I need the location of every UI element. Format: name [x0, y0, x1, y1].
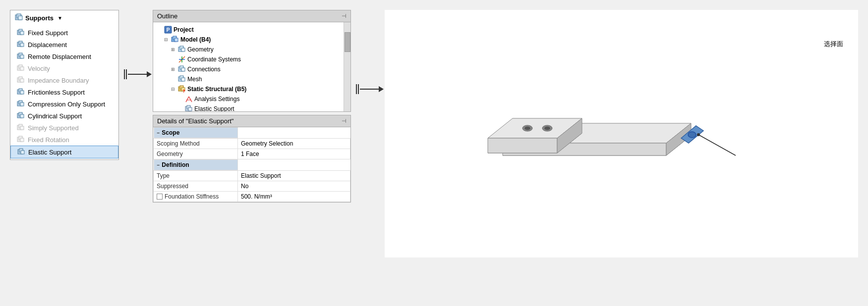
geometry-value[interactable]: 1 Face	[238, 149, 350, 159]
scoping-method-value[interactable]: Geometry Selection	[238, 139, 350, 149]
tree-item-analysis-settings[interactable]: Analysis Settings	[156, 94, 341, 104]
expander-geometry[interactable]: ⊞	[170, 46, 176, 53]
supports-item-compression-only[interactable]: Compression Only Support	[10, 98, 118, 110]
expander-static[interactable]: ⊟	[170, 86, 176, 93]
details-pin-icon[interactable]: ⊣	[342, 118, 347, 124]
tree-item-static-structural[interactable]: ⊟ ? Static Structural (B5)	[156, 84, 341, 94]
suppressed-value[interactable]: No	[238, 181, 350, 192]
tree-geometry-label: Geometry	[187, 46, 214, 53]
model-icon	[171, 36, 179, 44]
definition-toggle[interactable]: −	[157, 162, 160, 168]
tree-analysis-label: Analysis Settings	[194, 96, 239, 102]
cylindrical-support-icon	[16, 111, 25, 120]
scope-toggle[interactable]: −	[157, 130, 160, 136]
bar-3	[356, 84, 357, 94]
supports-panel: Supports ▼ Fixed Support Displace	[10, 10, 119, 160]
supports-item-remote-displacement[interactable]: Remote Displacement	[10, 51, 118, 62]
supports-header[interactable]: Supports ▼	[10, 10, 118, 26]
svg-point-78	[697, 133, 700, 136]
tree-model-label: Model (B4)	[180, 36, 211, 43]
elastic-support-menu-label: Elastic Support	[28, 149, 71, 156]
svg-point-72	[524, 127, 530, 130]
svg-line-77	[698, 135, 736, 155]
outline-scrollbar[interactable]	[344, 22, 350, 111]
analysis-icon	[185, 95, 193, 103]
definition-label: Definition	[162, 161, 189, 168]
tree-item-coordinate-systems[interactable]: Coordinate Systems	[156, 54, 341, 64]
compression-only-icon	[16, 100, 25, 108]
3d-shape-svg	[478, 47, 765, 205]
svg-rect-62	[188, 107, 192, 111]
tree-connections-label: Connections	[187, 66, 221, 73]
foundation-stiffness-checkbox[interactable]	[157, 194, 163, 200]
double-bar-2	[356, 84, 359, 94]
svg-line-58	[189, 97, 192, 102]
static-icon: ?	[178, 85, 186, 93]
coord-icon	[178, 55, 186, 63]
supports-item-velocity[interactable]: Velocity	[10, 62, 118, 74]
svg-line-57	[186, 97, 189, 102]
scope-section-header: − Scope	[154, 127, 350, 139]
scope-section-cell: − Scope	[154, 127, 238, 138]
supports-item-simply-supported[interactable]: Simply Supported	[10, 122, 118, 134]
supports-list: Fixed Support Displacement Remote Disp	[10, 26, 118, 159]
svg-marker-69	[488, 138, 557, 153]
svg-rect-52	[181, 78, 185, 81]
arrow-connector-1	[124, 69, 148, 79]
type-row: Type Elastic Support	[154, 171, 350, 181]
svg-rect-40	[174, 38, 178, 42]
tree-item-model[interactable]: ⊟ Model (B4)	[156, 35, 341, 45]
expander-analysis	[176, 96, 183, 102]
svg-rect-8	[20, 43, 24, 47]
bar-4	[358, 84, 359, 94]
svg-rect-11	[20, 55, 24, 58]
expander-model[interactable]: ⊟	[163, 36, 170, 43]
suppressed-label: Suppressed	[154, 181, 238, 192]
supports-icon	[14, 13, 23, 23]
supports-title: Supports	[25, 14, 54, 22]
foundation-stiffness-cell: Foundation Stiffness	[157, 193, 234, 200]
supports-dropdown-icon: ▼	[58, 15, 62, 21]
foundation-stiffness-value[interactable]: 500. N/mm³	[238, 192, 350, 202]
expander-connections[interactable]: ⊞	[170, 66, 176, 73]
supports-item-fixed-support[interactable]: Fixed Support	[10, 27, 118, 39]
tree-item-elastic-support[interactable]: Elastic Support	[156, 104, 341, 111]
svg-rect-26	[20, 114, 24, 118]
scoping-method-label: Scoping Method	[154, 139, 238, 149]
outline-scroll-thumb[interactable]	[345, 32, 350, 52]
fixed-support-label: Fixed Support	[28, 29, 68, 37]
outline-pin-icon[interactable]: ⊣	[342, 13, 347, 19]
svg-rect-43	[181, 48, 185, 51]
scope-label: Scope	[162, 129, 179, 136]
tree-item-mesh[interactable]: Mesh	[156, 74, 341, 84]
tree-item-geometry[interactable]: ⊞ Geometry	[156, 45, 341, 54]
tree-item-project[interactable]: P Project	[156, 25, 341, 35]
project-icon: P	[164, 26, 172, 34]
supports-item-frictionless-support[interactable]: Frictionless Support	[10, 86, 118, 98]
frictionless-support-icon	[16, 88, 25, 97]
svg-rect-32	[20, 138, 24, 142]
impedance-boundary-label: Impedance Boundary	[28, 77, 89, 84]
svg-rect-17	[20, 79, 24, 82]
supports-item-elastic-support[interactable]: Elastic Support	[10, 146, 118, 158]
bar-1	[124, 69, 125, 79]
type-value[interactable]: Elastic Support	[238, 171, 350, 181]
svg-text:?: ?	[182, 89, 185, 93]
outline-titlebar: Outline ⊣	[153, 10, 350, 22]
arrow-body-1	[124, 69, 148, 79]
bar-2	[126, 69, 127, 79]
tree-item-connections[interactable]: ⊞ Connections	[156, 64, 341, 74]
supports-item-cylindrical-support[interactable]: Cylindrical Support	[10, 110, 118, 122]
expander-elastic	[176, 105, 183, 111]
svg-rect-29	[20, 126, 24, 130]
tree-static-label: Static Structural (B5)	[187, 86, 246, 93]
details-title: Details of "Elastic Support"	[157, 117, 233, 125]
outline-tree: P Project ⊟ Model (B4)	[153, 22, 344, 111]
remote-displacement-label: Remote Displacement	[28, 53, 91, 60]
svg-point-74	[544, 127, 550, 130]
supports-item-impedance-boundary[interactable]: Impedance Boundary	[10, 74, 118, 86]
outline-panel: Outline ⊣ P Project ⊟	[153, 10, 351, 112]
supports-item-fixed-rotation[interactable]: Fixed Rotation	[10, 134, 118, 146]
remote-displacement-icon	[16, 52, 25, 61]
supports-item-displacement[interactable]: Displacement	[10, 39, 118, 51]
